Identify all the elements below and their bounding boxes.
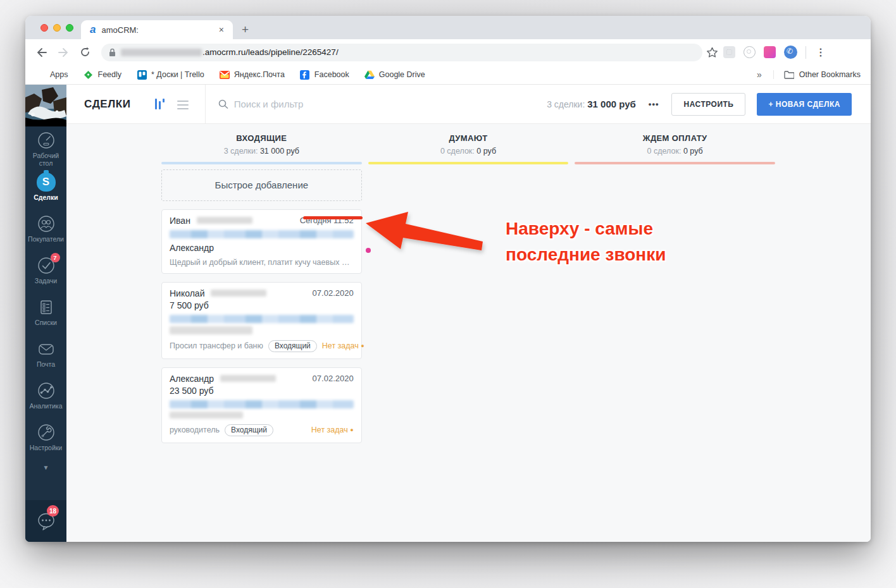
trello-icon <box>137 70 147 80</box>
header-divider <box>205 85 206 124</box>
deal-date: 07.02.2020 <box>313 288 354 298</box>
deal-card[interactable]: Александр 07.02.2020 23 500 руб руководи… <box>161 367 362 443</box>
minimize-window-button[interactable] <box>53 24 61 32</box>
screenshot-stage: a amoCRM: × + .amocrm.ru/leads/pipeline/… <box>0 0 896 588</box>
reload-icon[interactable] <box>77 47 92 58</box>
back-icon[interactable] <box>34 47 49 58</box>
search-icon <box>218 99 228 109</box>
deal-note: Просил трансфер и баню <box>170 341 263 350</box>
deals-icon: S <box>36 172 56 192</box>
tab-close-icon[interactable]: × <box>216 25 227 35</box>
address-bar[interactable]: .amocrm.ru/leads/pipeline/2265427/ <box>101 44 702 61</box>
bookmarks-bar: Apps Feedly * Доски | Trello Яндекс.Почт… <box>25 65 871 85</box>
deal-task-status: Нет задач ● <box>322 341 364 350</box>
column-thinking: ДУМАЮТ 0 сделок: 0 руб <box>368 133 569 542</box>
pipeline-board: ВХОДЯЩИЕ 3 сделки: 31 000 руб Быстрое до… <box>66 124 871 542</box>
deal-budget: 7 500 руб <box>170 300 354 310</box>
sidebar-chevron-down-icon[interactable]: ▼ <box>25 460 66 476</box>
viber-icon[interactable] <box>784 46 797 59</box>
sidebar-item-deals[interactable]: S Сделки <box>25 168 66 210</box>
mail-icon <box>36 339 56 359</box>
profile-photo[interactable] <box>25 85 66 126</box>
redacted-text <box>170 412 243 419</box>
lists-icon <box>36 297 56 317</box>
browser-toolbar: .amocrm.ru/leads/pipeline/2265427/ ⋮ <box>25 39 871 65</box>
zoom-window-button[interactable] <box>66 24 73 32</box>
deal-contact-name: Александр <box>170 374 214 384</box>
sidebar-item-tasks[interactable]: 7 Задачи <box>25 252 66 293</box>
sidebar-item-buyers[interactable]: Покупатели <box>25 210 66 252</box>
sidebar-item-lists[interactable]: Списки <box>25 293 66 335</box>
more-options-icon[interactable]: ••• <box>647 97 661 111</box>
column-color-bar <box>161 162 362 164</box>
column-incoming: ВХОДЯЩИЕ 3 сделки: 31 000 руб Быстрое до… <box>161 133 362 542</box>
forward-icon[interactable] <box>56 47 71 58</box>
close-window-button[interactable] <box>40 24 48 32</box>
deal-card[interactable]: Иван Сегодня 11:52 Александр Щедрый и до… <box>161 209 362 274</box>
sidebar-item-desktop[interactable]: Рабочий стол <box>25 126 66 168</box>
column-awaiting-payment: ЖДЕМ ОПЛАТУ 0 сделок: 0 руб <box>575 133 775 542</box>
traffic-lights <box>40 24 73 32</box>
analytics-icon <box>36 381 56 401</box>
bookmark-feedly[interactable]: Feedly <box>84 70 122 80</box>
google-drive-icon <box>364 70 375 80</box>
chrome-menu-icon[interactable]: ⋮ <box>814 46 827 58</box>
tab-strip: a amoCRM: × + <box>25 16 871 39</box>
sidebar: Рабочий стол S Сделки Покупатели <box>25 85 66 542</box>
sidebar-item-mail[interactable]: Почта <box>25 335 66 377</box>
bookmark-apps[interactable]: Apps <box>35 70 68 80</box>
column-count: 3 сделки: 31 000 руб <box>161 147 362 156</box>
browser-tab[interactable]: a amoCRM: × <box>81 20 233 39</box>
yandex-mail-icon <box>220 70 230 80</box>
extension-pink-icon[interactable] <box>764 46 776 58</box>
bookmark-yandex-mail[interactable]: Яндекс.Почта <box>220 70 285 80</box>
extension-lens-icon[interactable] <box>744 46 756 58</box>
folder-icon <box>784 71 794 79</box>
annotation-text-line1: Наверху - самые <box>506 219 653 238</box>
url-text: .amocrm.ru/leads/pipeline/2265427/ <box>202 47 339 57</box>
column-count: 0 сделок: 0 руб <box>368 147 569 156</box>
bookmark-trello[interactable]: * Доски | Trello <box>137 70 204 80</box>
buyers-icon <box>36 214 56 234</box>
redacted-surname <box>197 217 252 224</box>
support-chat-button[interactable]: 18 <box>25 500 66 542</box>
bookmark-star-icon[interactable] <box>706 47 718 58</box>
deal-note: Щедрый и добрый клиент, платит кучу чаев… <box>170 258 354 267</box>
quick-add-button[interactable]: Быстрое добавление <box>161 169 362 201</box>
list-view-icon[interactable] <box>177 101 189 110</box>
extension-icon[interactable] <box>723 46 735 58</box>
deal-card[interactable]: Николай 07.02.2020 7 500 руб Просил тран… <box>161 282 362 359</box>
deal-secondary-contact: Александр <box>170 243 354 253</box>
deal-time: Сегодня 11:52 <box>300 216 354 225</box>
column-title: ДУМАЮТ <box>368 133 569 143</box>
tasks-icon: 7 <box>36 255 56 276</box>
search-input[interactable] <box>234 99 424 109</box>
redacted-surname <box>211 290 266 297</box>
new-deal-button[interactable]: + НОВАЯ СДЕЛКА <box>757 93 852 116</box>
extension-icons: ⋮ <box>723 46 827 59</box>
deal-tag[interactable]: Входящий <box>268 340 317 352</box>
sidebar-item-settings[interactable]: Настройки <box>25 419 66 460</box>
sidebar-item-analytics[interactable]: Аналитика <box>25 377 66 419</box>
chat-badge: 18 <box>47 505 59 517</box>
setup-button[interactable]: НАСТРОИТЬ <box>671 93 745 116</box>
toolbar-divider <box>806 46 806 59</box>
deal-tag[interactable]: Входящий <box>225 424 273 436</box>
bookmarks-overflow-icon[interactable]: » <box>757 70 762 80</box>
redacted-subdomain <box>121 49 202 56</box>
deals-summary: 3 сделки: 31 000 руб <box>547 99 636 109</box>
deal-contact-name: Николай <box>170 288 204 298</box>
bookmark-google-drive[interactable]: Google Drive <box>364 70 425 80</box>
feedly-icon <box>84 70 94 80</box>
new-tab-button[interactable]: + <box>242 23 249 37</box>
main-area: СДЕЛКИ 3 сделки: 31 000 руб <box>66 85 871 542</box>
settings-icon <box>36 422 56 443</box>
other-bookmarks[interactable]: Other Bookmarks <box>773 70 861 79</box>
bookmark-facebook[interactable]: Facebook <box>300 70 349 80</box>
annotation-text-line2: последние звонки <box>506 245 666 264</box>
deal-budget: 23 500 руб <box>170 386 354 396</box>
pipeline-view-icon[interactable] <box>155 99 165 109</box>
deal-note: руководитель <box>170 426 220 434</box>
redacted-surname <box>220 375 276 382</box>
column-title: ЖДЕМ ОПЛАТУ <box>575 133 775 143</box>
